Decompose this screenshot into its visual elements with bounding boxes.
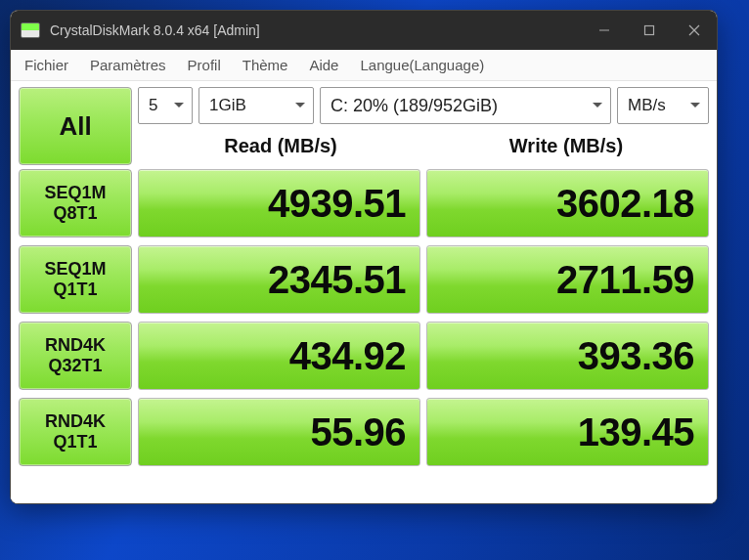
close-button[interactable] [672, 11, 717, 50]
test-row: SEQ1M Q1T1 2345.51 2711.59 [19, 245, 709, 314]
app-window: CrystalDiskMark 8.0.4 x64 [Admin] Fichie… [10, 10, 718, 504]
test-button-rnd4k-q1t1[interactable]: RND4K Q1T1 [19, 398, 132, 466]
test-size-select[interactable]: 1GiB [198, 87, 314, 124]
read-value: 2345.51 [138, 245, 420, 314]
menu-theme[interactable]: Thème [242, 57, 288, 73]
svg-rect-1 [645, 26, 654, 35]
test-row: RND4K Q1T1 55.96 139.45 [19, 398, 709, 466]
content-area: All 5 1GiB C: 20% (189/952GiB) MB/s Read… [11, 81, 717, 503]
menubar: Fichier Paramètres Profil Thème Aide Lan… [11, 50, 717, 81]
test-row: RND4K Q32T1 434.92 393.36 [19, 322, 709, 390]
test-row: SEQ1M Q8T1 4939.51 3602.18 [19, 169, 709, 237]
read-header: Read (MB/s) [138, 135, 423, 157]
write-value: 3602.18 [426, 169, 709, 237]
test-label-line1: SEQ1M [44, 259, 106, 280]
titlebar[interactable]: CrystalDiskMark 8.0.4 x64 [Admin] [11, 11, 717, 50]
test-label-line2: Q8T1 [53, 203, 97, 224]
test-button-seq1m-q8t1[interactable]: SEQ1M Q8T1 [19, 169, 132, 237]
write-header: Write (MB/s) [423, 135, 709, 157]
test-count-select[interactable]: 5 [138, 87, 193, 124]
run-all-button[interactable]: All [19, 87, 132, 165]
read-value: 4939.51 [138, 169, 420, 237]
test-label-line1: SEQ1M [44, 183, 106, 203]
read-value: 434.92 [138, 322, 420, 390]
write-value: 139.45 [426, 398, 709, 466]
test-label-line2: Q1T1 [53, 432, 97, 452]
menu-help[interactable]: Aide [309, 57, 338, 73]
menu-settings[interactable]: Paramètres [90, 57, 166, 73]
menu-file[interactable]: Fichier [24, 57, 68, 73]
maximize-button[interactable] [627, 11, 672, 50]
write-value: 393.36 [426, 322, 709, 390]
drive-select[interactable]: C: 20% (189/952GiB) [320, 87, 611, 124]
menu-language[interactable]: Langue(Language) [360, 57, 484, 73]
minimize-button[interactable] [582, 11, 627, 50]
app-icon [21, 22, 40, 38]
test-label-line1: RND4K [45, 411, 106, 432]
test-button-seq1m-q1t1[interactable]: SEQ1M Q1T1 [19, 245, 132, 314]
menu-profile[interactable]: Profil [188, 57, 221, 73]
write-value: 2711.59 [426, 245, 709, 314]
test-label-line1: RND4K [45, 335, 106, 356]
test-button-rnd4k-q32t1[interactable]: RND4K Q32T1 [19, 322, 132, 390]
test-label-line2: Q32T1 [48, 356, 102, 376]
window-title: CrystalDiskMark 8.0.4 x64 [Admin] [50, 22, 582, 38]
unit-select[interactable]: MB/s [617, 87, 709, 124]
test-label-line2: Q1T1 [53, 280, 97, 300]
read-value: 55.96 [138, 398, 420, 466]
